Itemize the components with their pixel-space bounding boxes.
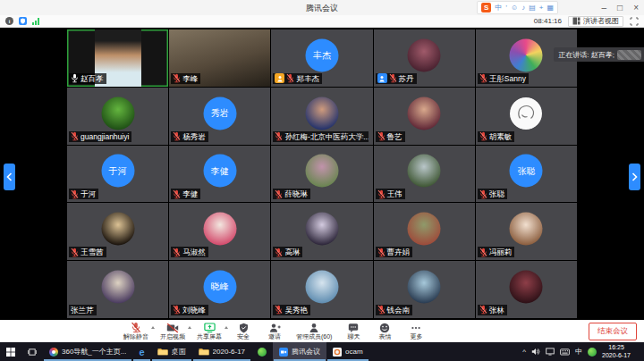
participant-name: 赵百孝 bbox=[80, 73, 104, 84]
taskbar-item-360nav[interactable]: 360导航_一个主页... bbox=[43, 342, 132, 361]
mic-muted-icon bbox=[479, 248, 487, 257]
ime-grid-icon[interactable]: ▦ bbox=[547, 3, 554, 13]
participant-tile[interactable]: 李峰 bbox=[169, 29, 270, 87]
taskbar-item-edge[interactable]: e bbox=[132, 342, 150, 361]
close-button[interactable]: × bbox=[633, 3, 639, 13]
taskbar-clock[interactable]: 16:25 2020-6-17 bbox=[602, 344, 631, 359]
mic-muted-icon bbox=[479, 189, 487, 199]
participant-tile[interactable]: 苏丹 bbox=[374, 29, 475, 87]
participant-label: 刘晓峰 bbox=[171, 305, 208, 315]
start-video-icon bbox=[166, 322, 179, 333]
participant-tile[interactable]: 丰杰郑丰杰 bbox=[271, 29, 372, 87]
toolbar-item-share-screen[interactable]: 共享屏幕 bbox=[197, 322, 222, 340]
toolbar-item-label: 共享屏幕 bbox=[197, 333, 222, 340]
participant-tile[interactable]: 李健李健 bbox=[169, 146, 270, 203]
participant-tile[interactable]: 薛晓琳 bbox=[271, 146, 372, 203]
participant-tile[interactable]: 冯丽莉 bbox=[476, 203, 577, 260]
signal-strength-icon[interactable] bbox=[32, 18, 39, 25]
info-icon[interactable]: i bbox=[5, 17, 13, 25]
toolbar-item-invite[interactable]: 邀请 bbox=[265, 322, 284, 340]
avatar bbox=[510, 38, 543, 71]
participant-name: 张兰芹 bbox=[71, 305, 94, 315]
participant-tile[interactable]: 曹卉娟 bbox=[374, 203, 475, 260]
desktop-folder-icon bbox=[157, 348, 168, 356]
fullscreen-button[interactable] bbox=[630, 17, 639, 26]
avatar bbox=[203, 213, 236, 246]
toolbar-item-label: 管理成员(60) bbox=[296, 333, 332, 340]
toolbar-item-emoji[interactable]: 表情 bbox=[375, 322, 394, 340]
participant-tile[interactable]: 张林 bbox=[476, 261, 577, 318]
participant-tile[interactable]: 钱会南 bbox=[374, 261, 475, 318]
taskbar-item-label: 桌面 bbox=[172, 347, 186, 357]
tray-expand-icon[interactable]: ^ bbox=[522, 348, 526, 356]
participant-tile[interactable]: 张兰芹 bbox=[67, 261, 168, 318]
ime-mic-icon[interactable]: ♪ bbox=[521, 3, 525, 13]
safety-badge-icon[interactable] bbox=[588, 348, 597, 357]
participant-name: 苏丹 bbox=[399, 73, 414, 84]
display-icon[interactable] bbox=[546, 348, 555, 356]
taskbar-item-start[interactable] bbox=[0, 342, 21, 361]
360-safety-icon bbox=[258, 348, 267, 357]
avatar bbox=[101, 270, 134, 303]
participant-tile[interactable]: 于河于河 bbox=[67, 146, 168, 203]
mic-muted-icon bbox=[71, 248, 79, 257]
toolbar-item-more[interactable]: 更多 bbox=[406, 322, 426, 340]
share-screen-icon bbox=[204, 322, 216, 333]
participant-tile[interactable]: 孙红梅-北京中医药大学... bbox=[271, 88, 372, 145]
ime-keyboard-icon[interactable]: ▤ bbox=[529, 3, 536, 13]
participant-tile[interactable]: 秀岩杨秀岩 bbox=[169, 88, 270, 145]
participant-tile[interactable]: 高琳 bbox=[271, 203, 372, 260]
participant-tile[interactable]: guangjianhuiyi bbox=[67, 88, 168, 145]
participant-name: 曹卉娟 bbox=[387, 247, 411, 257]
window-controls: – □ × bbox=[602, 0, 639, 15]
chevron-up-icon[interactable] bbox=[151, 326, 155, 329]
restore-button[interactable]: □ bbox=[617, 3, 623, 13]
mic-muted-icon bbox=[275, 248, 283, 257]
participant-label: guangjianhuiyi bbox=[69, 131, 131, 142]
prev-page-button[interactable] bbox=[4, 164, 15, 190]
ime-zh-indicator[interactable]: 中 bbox=[575, 347, 582, 357]
ime-toolbox-icon[interactable]: + bbox=[539, 3, 544, 13]
start-icon bbox=[6, 348, 15, 357]
participant-tile[interactable]: 王伟 bbox=[374, 146, 475, 203]
chevron-up-icon[interactable] bbox=[188, 326, 191, 329]
taskbar-item-tencent-meeting[interactable]: 腾讯会议 bbox=[273, 342, 326, 361]
participant-name: 张林 bbox=[489, 305, 504, 315]
toolbar-item-chat[interactable]: 聊天 bbox=[343, 322, 363, 340]
participant-tile[interactable]: 胡素敏 bbox=[476, 88, 577, 145]
participant-label: 胡素敏 bbox=[478, 131, 515, 142]
ime-emoji-icon[interactable]: ☺ bbox=[511, 3, 518, 13]
toolbar-item-start-video[interactable]: 开启视频 bbox=[160, 322, 185, 340]
participant-tile[interactable]: 晓峰刘晓峰 bbox=[169, 261, 270, 318]
participant-name: 王伟 bbox=[387, 189, 402, 199]
minimize-button[interactable]: – bbox=[602, 3, 607, 13]
end-meeting-button[interactable]: 结束会议 bbox=[589, 323, 637, 340]
participant-tile[interactable]: 马淑然 bbox=[169, 203, 270, 260]
chevron-up-icon[interactable] bbox=[225, 326, 228, 329]
shield-icon[interactable] bbox=[19, 17, 27, 25]
next-page-button[interactable] bbox=[629, 164, 640, 190]
sogou-logo-icon: S bbox=[481, 3, 491, 13]
toolbar-item-security[interactable]: 安全 bbox=[233, 322, 253, 340]
ime-lang-icon[interactable]: 中 bbox=[495, 3, 502, 13]
mic-muted-icon bbox=[377, 189, 386, 199]
mic-muted-icon bbox=[71, 189, 79, 199]
member-badge-icon bbox=[377, 73, 387, 83]
participant-tile[interactable]: 王雪茜 bbox=[67, 203, 168, 260]
participant-tile[interactable]: 鲁艺 bbox=[374, 88, 475, 145]
touch-keyboard-icon[interactable] bbox=[560, 348, 570, 356]
ime-quote-icon[interactable]: ’ bbox=[505, 3, 507, 13]
taskbar-item-task-view[interactable] bbox=[21, 342, 43, 361]
volume-icon[interactable] bbox=[531, 348, 540, 356]
participant-tile[interactable]: 张聪张聪 bbox=[476, 146, 577, 203]
ime-toolbar[interactable]: S 中’☺♪▤+▦ bbox=[477, 1, 558, 14]
taskbar-item-ocam[interactable]: ocam bbox=[326, 342, 369, 361]
taskbar-item-date-folder[interactable]: 2020-6-17 bbox=[192, 342, 251, 361]
toolbar-item-manage-members[interactable]: 管理成员(60) bbox=[296, 322, 332, 340]
taskbar-item-360-safety[interactable] bbox=[251, 342, 273, 361]
participant-tile[interactable]: 吴秀艳 bbox=[271, 261, 372, 318]
participant-tile[interactable]: 赵百孝 bbox=[67, 29, 168, 87]
speaker-view-button[interactable]: 演讲者视图 bbox=[568, 16, 623, 27]
taskbar-item-desktop-folder[interactable]: 桌面 bbox=[151, 342, 192, 361]
toolbar-item-unmute[interactable]: 解除静音 bbox=[123, 322, 148, 340]
